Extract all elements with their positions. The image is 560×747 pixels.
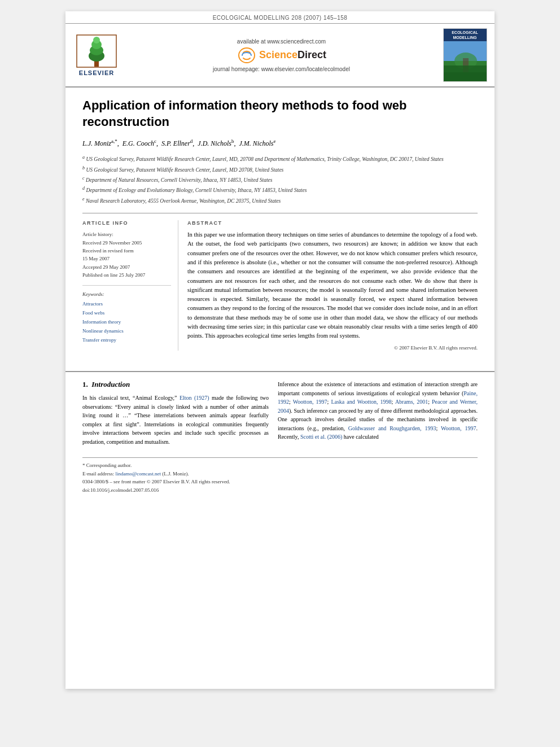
keywords-label: Keywords: — [82, 291, 171, 297]
copyright: © 2007 Elsevier B.V. All rights reserved… — [187, 345, 478, 351]
article-history: Article history: Received 29 November 20… — [82, 230, 171, 279]
keyword-food-webs: Food webs — [82, 308, 171, 317]
author-ellner: S.P. Ellner — [161, 139, 190, 147]
email-person: (L.J. Moniz). — [162, 471, 189, 477]
history-label: Article history: — [82, 230, 171, 238]
intro-heading: 1. Introduction — [82, 380, 269, 389]
email-link[interactable]: lindamo@comcast.net — [115, 471, 161, 477]
svg-rect-10 — [463, 58, 469, 72]
author-nichols-jm: J.M. Nichols — [239, 139, 274, 147]
elton-link[interactable]: Elton (1927) — [180, 395, 209, 401]
section-title: Introduction — [91, 380, 130, 388]
sciencedirect-text: ScienceDirect — [259, 49, 326, 61]
journal-cover-title: ECOLOGICALMODELLING — [444, 29, 487, 41]
sciencedirect-logo: ScienceDirect — [237, 47, 326, 64]
affiliations: a US Geological Survey, Patuxent Wildlif… — [82, 154, 478, 205]
elsevier-name-label: ELSEVIER — [79, 69, 114, 76]
affiliation-e: e Naval Research Laboratory, 4555 Overlo… — [82, 196, 478, 205]
affiliation-a: a US Geological Survey, Patuxent Wildlif… — [82, 154, 478, 163]
author-cooch: E.G. Cooch — [123, 139, 154, 147]
article-info-col: ARTICLE INFO Article history: Received 2… — [82, 220, 178, 351]
keyword-information-theory: Information theory — [82, 317, 171, 326]
body-two-col: 1. Introduction In his classical text, “… — [82, 380, 478, 446]
author-moniz: L.J. Moniz — [82, 139, 111, 147]
affiliation-c: c Department of Natural Resources, Corne… — [82, 175, 478, 184]
intro-right-text: Inference about the existence of interac… — [278, 380, 478, 442]
eco-modelling-logo: ECOLOGICALMODELLING — [441, 28, 489, 82]
authors-line: L.J. Moniza,*, E.G. Coochc, S.P. Ellnerd… — [82, 138, 478, 148]
affiliation-d: d Department of Ecology and Evolutionary… — [82, 185, 478, 194]
abrams-link[interactable]: Abrams, 2001 — [395, 399, 428, 405]
elsevier-tree-icon — [76, 34, 117, 68]
abstract-col: ABSTRACT In this paper we use informatio… — [187, 220, 478, 351]
journal-header-section: ELSEVIER available at www.sciencedirect.… — [65, 24, 495, 88]
info-abstract-section: ARTICLE INFO Article history: Received 2… — [82, 213, 478, 351]
main-body: 1. Introduction In his classical text, “… — [65, 371, 495, 446]
wootton97b-link[interactable]: Wootton, 1997 — [441, 425, 476, 431]
journal-cover-image — [444, 41, 487, 81]
article-title: Application of information theory method… — [82, 98, 478, 130]
scotti-link[interactable]: Scotti et al. (2006) — [300, 434, 342, 440]
published-date: Published on line 25 July 2007 — [82, 271, 171, 279]
laska-link[interactable]: Laska and Wootton, 1998 — [331, 399, 391, 405]
doi-line: doi:10.1016/j.ecolmodel.2007.05.016 — [82, 486, 478, 494]
available-text: available at www.sciencedirect.com — [237, 38, 326, 45]
received-date: Received 29 November 2005 — [82, 239, 171, 247]
corresponding-label: * Corresponding author. — [82, 461, 478, 469]
journal-cover-art — [444, 41, 487, 81]
elsevier-logo: ELSEVIER — [71, 28, 122, 82]
body-left-col: 1. Introduction In his classical text, “… — [82, 380, 269, 446]
goldwasser-link[interactable]: Goldwasser and Roughgarden, 1993 — [348, 425, 436, 431]
footnote-section: * Corresponding author. E-mail address: … — [82, 457, 478, 494]
wootton97-link[interactable]: Wootton, 1997 — [293, 399, 327, 405]
section-num: 1. — [82, 380, 88, 388]
journal-homepage: journal homepage: www.elsevier.com/locat… — [213, 66, 350, 72]
svg-point-4 — [93, 37, 100, 43]
revised-date: 15 May 2007 — [82, 255, 171, 263]
affiliation-b: b US Geological Survey, Patuxent Wildlif… — [82, 165, 478, 174]
issn-line: 0304-3800/$ – see front matter © 2007 El… — [82, 478, 478, 486]
keywords-list: Attractors Food webs Information theory … — [82, 299, 171, 345]
body-right-col: Inference about the existence of interac… — [278, 380, 478, 446]
journal-header: ECOLOGICAL MODELLING 208 (2007) 145–158 — [65, 11, 495, 24]
abstract-label: ABSTRACT — [187, 220, 478, 226]
email-line: E-mail address: lindamo@comcast.net (L.J… — [82, 470, 478, 478]
sciencedirect-icon — [237, 47, 257, 64]
keyword-attractors: Attractors — [82, 299, 171, 308]
keyword-nonlinear-dynamics: Nonlinear dynamics — [82, 326, 171, 335]
revised-label: Received in revised form — [82, 247, 171, 255]
author-nichols-jd: J.D. Nichols — [198, 139, 231, 147]
journal-title: ECOLOGICAL MODELLING 208 (2007) 145–158 — [213, 15, 348, 21]
page: ECOLOGICAL MODELLING 208 (2007) 145–158 … — [65, 11, 495, 689]
journal-cover: ECOLOGICALMODELLING — [443, 28, 487, 82]
article-info-label: ARTICLE INFO — [82, 220, 171, 226]
center-header: available at www.sciencedirect.com Scien… — [128, 28, 435, 82]
intro-left-text: In his classical text, “Animal Ecology,”… — [82, 394, 269, 446]
svg-rect-8 — [444, 72, 487, 81]
abstract-text: In this paper we use information theory … — [187, 230, 478, 340]
divider — [82, 285, 171, 286]
accepted-date: Accepted 29 May 2007 — [82, 263, 171, 271]
keyword-transfer-entropy: Transfer entropy — [82, 335, 171, 344]
article-content: Application of information theory method… — [65, 88, 495, 362]
footnote-corresponding: * Corresponding author. E-mail address: … — [82, 461, 478, 494]
email-label: E-mail address: — [82, 471, 114, 477]
